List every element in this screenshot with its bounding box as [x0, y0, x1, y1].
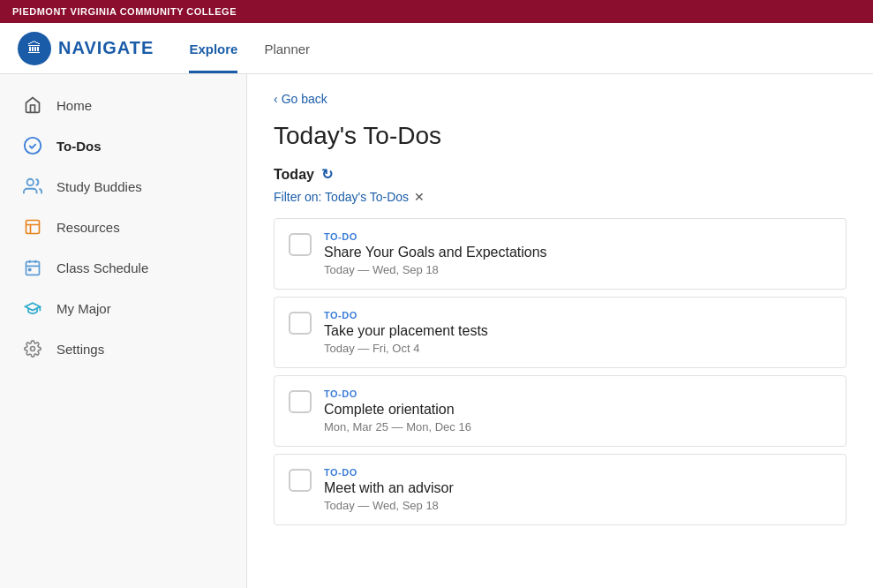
sidebar-item-my-major[interactable]: My Major: [0, 288, 246, 328]
todo-checkbox-1[interactable]: [289, 233, 312, 256]
sidebar-item-label: My Major: [56, 301, 111, 316]
go-back-label: Go back: [282, 92, 327, 106]
today-label: Today: [274, 167, 314, 183]
study-buddies-icon: [21, 175, 44, 198]
svg-point-0: [25, 138, 41, 154]
todo-title-4: Meet with an advisor: [324, 480, 832, 496]
institution-name: PIEDMONT VIRGINIA COMMUNITY COLLEGE: [12, 6, 237, 17]
chevron-left-icon: ‹: [274, 92, 278, 106]
todo-title-1: Share Your Goals and Expectations: [324, 245, 832, 260]
sidebar: Home To-Dos Study Buddies Resources Clas: [0, 74, 247, 588]
sidebar-item-class-schedule[interactable]: Class Schedule: [0, 247, 246, 288]
settings-icon: [21, 337, 44, 360]
sidebar-item-label: Settings: [56, 342, 104, 357]
logo-text: NAVIGATE: [58, 38, 154, 58]
page-title: Today's To-Dos: [274, 122, 847, 150]
svg-point-1: [27, 179, 34, 185]
todo-date-1: Today — Wed, Sep 18: [324, 263, 832, 276]
home-icon: [21, 94, 44, 117]
todo-content-1: TO-DO Share Your Goals and Expectations …: [324, 231, 832, 276]
go-back-button[interactable]: ‹ Go back: [274, 92, 847, 106]
today-header: Today ↻: [274, 166, 847, 183]
logo-icon: 🏛: [18, 32, 51, 65]
todo-content-3: TO-DO Complete orientation Mon, Mar 25 —…: [324, 388, 832, 433]
todos-icon: [21, 134, 44, 157]
todo-item-2: TO-DO Take your placement tests Today — …: [274, 297, 847, 368]
my-major-icon: [21, 297, 44, 320]
todo-date-2: Today — Fri, Oct 4: [324, 342, 832, 355]
todo-checkbox-3[interactable]: [289, 390, 312, 413]
sidebar-item-label: Class Schedule: [56, 260, 148, 275]
logo-area: 🏛 NAVIGATE: [18, 32, 154, 65]
svg-rect-2: [26, 221, 40, 234]
sidebar-item-label: Study Buddies: [56, 179, 142, 194]
todo-type-4: TO-DO: [324, 467, 832, 478]
class-schedule-icon: [21, 256, 44, 279]
sidebar-item-label: Resources: [56, 220, 120, 235]
sidebar-item-label: To-Dos: [56, 139, 102, 154]
svg-rect-3: [26, 261, 40, 275]
filter-remove-button[interactable]: ✕: [414, 190, 425, 204]
nav-tabs: Explore Planner: [189, 23, 310, 73]
todo-item-3: TO-DO Complete orientation Mon, Mar 25 —…: [274, 375, 847, 447]
sidebar-item-todos[interactable]: To-Dos: [0, 125, 246, 166]
sidebar-item-label: Home: [56, 98, 92, 113]
todo-item-1: TO-DO Share Your Goals and Expectations …: [274, 218, 847, 290]
svg-point-5: [31, 347, 35, 351]
todo-checkbox-4[interactable]: [289, 469, 312, 492]
sidebar-item-study-buddies[interactable]: Study Buddies: [0, 166, 246, 207]
header-nav: 🏛 NAVIGATE Explore Planner: [0, 23, 873, 74]
refresh-icon[interactable]: ↻: [321, 166, 333, 183]
tab-explore[interactable]: Explore: [189, 41, 237, 73]
filter-row: Filter on: Today's To-Dos ✕: [274, 190, 847, 204]
todo-checkbox-2[interactable]: [289, 312, 312, 335]
sidebar-item-home[interactable]: Home: [0, 85, 246, 125]
top-banner: PIEDMONT VIRGINIA COMMUNITY COLLEGE: [0, 0, 873, 23]
tab-planner[interactable]: Planner: [264, 41, 310, 73]
todo-content-2: TO-DO Take your placement tests Today — …: [324, 310, 832, 355]
sidebar-item-resources[interactable]: Resources: [0, 207, 246, 247]
main-layout: Home To-Dos Study Buddies Resources Clas: [0, 74, 873, 588]
filter-label: Filter on: Today's To-Dos: [274, 190, 409, 204]
todo-content-4: TO-DO Meet with an advisor Today — Wed, …: [324, 467, 832, 512]
todo-item-4: TO-DO Meet with an advisor Today — Wed, …: [274, 454, 847, 525]
content-area: ‹ Go back Today's To-Dos Today ↻ Filter …: [247, 74, 873, 588]
resources-icon: [21, 215, 44, 238]
svg-point-4: [28, 268, 31, 271]
todo-type-2: TO-DO: [324, 310, 832, 320]
todo-type-1: TO-DO: [324, 231, 832, 242]
todo-date-3: Mon, Mar 25 — Mon, Dec 16: [324, 420, 832, 433]
todo-title-3: Complete orientation: [324, 402, 832, 418]
sidebar-item-settings[interactable]: Settings: [0, 328, 246, 369]
todo-title-2: Take your placement tests: [324, 323, 832, 339]
content-inner: ‹ Go back Today's To-Dos Today ↻ Filter …: [247, 74, 873, 588]
todo-date-4: Today — Wed, Sep 18: [324, 499, 832, 512]
todo-type-3: TO-DO: [324, 388, 832, 399]
